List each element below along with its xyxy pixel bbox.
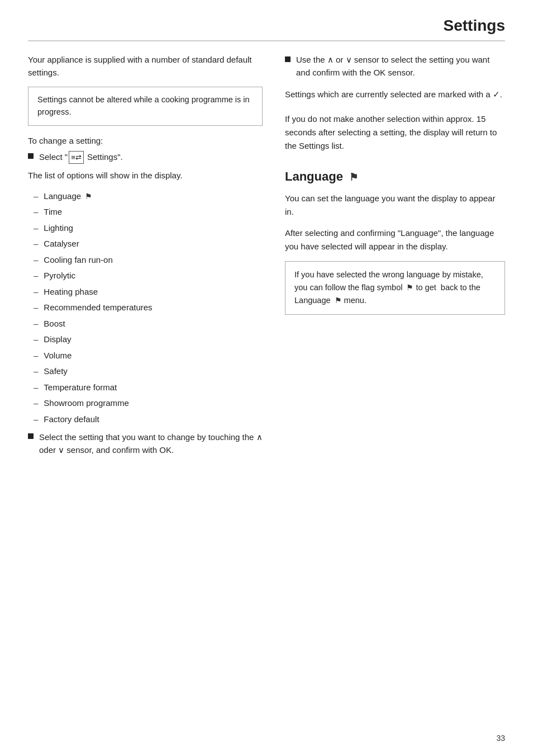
dash-icon: – [34,286,38,299]
settings-list: – Language ⚑ – Time – Lighting – Catalys… [28,190,263,426]
display-text: The list of options will show in the dis… [28,169,263,182]
page-number: 33 [496,734,505,743]
list-item: – Display [28,333,263,346]
dash-icon: – [34,238,38,251]
intro-text: Your appliance is supplied with a number… [28,54,263,79]
dash-icon: – [34,270,38,282]
to-change-label: To change a setting: [28,136,263,145]
page-container: Settings Your appliance is supplied with… [0,0,533,756]
list-item-label: Language ⚑ [44,190,92,203]
list-item-label: Time [44,206,62,219]
dash-icon: – [34,254,38,267]
list-item: – Boost [28,318,263,330]
dash-icon: – [34,333,38,346]
list-item: – Heating phase [28,286,263,299]
list-item-label: Pyrolytic [44,270,75,282]
right-column: Use the ∧ or ∨ sensor to select the sett… [285,54,505,462]
main-content: Your appliance is supplied with a number… [28,54,505,462]
bullet-square-icon-2 [28,433,34,439]
list-item: – Language ⚑ [28,190,263,203]
list-item-label: Heating phase [44,286,98,299]
list-item-label: Safety [44,365,68,378]
dash-icon: – [34,349,38,362]
list-item: – Cooling fan run-on [28,254,263,267]
list-item-label: Volume [44,349,72,362]
checkmark-icon: ✓ [493,89,500,99]
right-bullet1-text: Use the ∧ or ∨ sensor to select the sett… [296,54,505,79]
flag-icon-info1: ⚑ [406,281,413,294]
warning-box: Settings cannot be altered while a cooki… [28,87,263,126]
warning-text: Settings cannot be altered while a cooki… [37,95,250,116]
list-item-label: Boost [44,318,65,330]
language-info-box: If you have selected the wrong language … [285,261,505,315]
language-para2: After selecting and confirming "Language… [285,226,505,253]
dash-icon: – [34,365,38,378]
right-para1: Settings which are currently selected ar… [285,88,505,101]
list-item: – Safety [28,365,263,378]
bullet2-text: Select the setting that you want to chan… [39,431,263,456]
list-item: – Recommended temperatures [28,301,263,314]
info-box-text: If you have selected the wrong language … [294,270,483,305]
list-item-label: Showroom programme [44,397,129,410]
dash-icon: – [34,318,38,330]
dash-icon: – [34,222,38,235]
list-item: – Volume [28,349,263,362]
dash-icon: – [34,381,38,394]
dash-icon: – [34,206,38,219]
flag-icon-heading: ⚑ [349,171,358,183]
page-header: Settings [28,17,505,41]
list-item-label: Display [44,333,71,346]
list-item: – Pyrolytic [28,270,263,282]
language-heading: Language ⚑ [285,169,505,184]
dash-icon: – [34,397,38,410]
bullet-item-2: Select the setting that you want to chan… [28,431,263,456]
list-item: – Catalyser [28,238,263,251]
flag-icon-language: ⚑ [85,191,92,202]
right-bullet-item-1: Use the ∧ or ∨ sensor to select the sett… [285,54,505,79]
list-item: – Showroom programme [28,397,263,410]
list-item-label: Temperature format [44,381,117,394]
list-item: – Factory default [28,413,263,426]
language-section: Language ⚑ You can set the language you … [285,169,505,315]
list-item: – Temperature format [28,381,263,394]
settings-icon: ≡⇄ [69,151,84,164]
language-para1: You can set the language you want the di… [285,192,505,219]
list-item: – Lighting [28,222,263,235]
left-column: Your appliance is supplied with a number… [28,54,263,462]
bullet-square-icon-r1 [285,56,291,62]
list-item-label: Factory default [44,413,99,426]
dash-icon: – [34,301,38,314]
bullet-item-1: Select "≡⇄ Settings". [28,151,263,164]
list-item-label: Cooling fan run-on [44,254,112,267]
list-item-label: Catalyser [44,238,79,251]
list-item-label: Recommended temperatures [44,301,152,314]
list-item: – Time [28,206,263,219]
dash-icon: – [34,190,38,203]
bullet-square-icon [28,153,34,159]
right-para2: If you do not make another selection wit… [285,112,505,153]
bullet1-text: Select "≡⇄ Settings". [39,151,263,164]
list-item-label: Lighting [44,222,73,235]
flag-icon-info2: ⚑ [335,294,342,306]
page-title: Settings [444,17,505,35]
dash-icon: – [34,413,38,426]
